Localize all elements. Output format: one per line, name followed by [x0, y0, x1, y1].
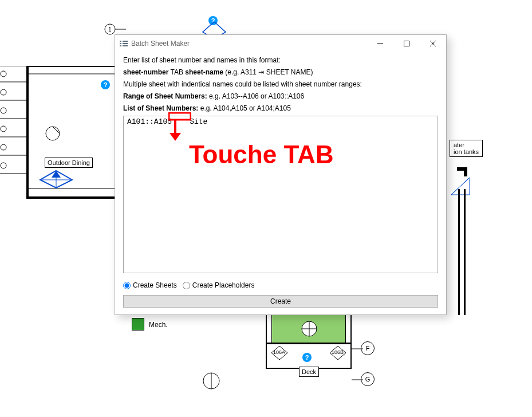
- radio-create-placeholders[interactable]: Create Placeholders: [183, 281, 255, 289]
- app-icon: [120, 40, 128, 48]
- svg-point-14: [1, 108, 6, 113]
- svg-marker-19: [52, 171, 61, 178]
- svg-rect-31: [120, 43, 121, 44]
- tag-106a: 106A: [273, 349, 285, 355]
- svg-rect-36: [404, 41, 409, 46]
- tank-label-line1: ater: [454, 141, 464, 148]
- instruction-list: List of Sheet Numbers: e.g. A104,A105 or…: [123, 104, 438, 113]
- outdoor-dining-label: Outdoor Dining: [45, 158, 93, 168]
- titlebar[interactable]: Batch Sheet Maker: [115, 35, 446, 52]
- radio-create-sheets-input[interactable]: [123, 282, 131, 289]
- close-button[interactable]: [420, 35, 446, 52]
- svg-rect-29: [120, 41, 121, 42]
- help-icon: ?: [302, 353, 312, 362]
- svg-rect-32: [123, 43, 128, 44]
- svg-point-18: [46, 127, 60, 140]
- help-icon: ?: [101, 80, 110, 89]
- svg-rect-30: [123, 41, 128, 42]
- svg-rect-33: [120, 45, 121, 46]
- tag-106b: 106B: [332, 349, 344, 355]
- instruction-multi: Multiple sheet with indentical names cou…: [123, 80, 438, 89]
- deck-label: Deck: [299, 367, 319, 377]
- radio-create-placeholders-input[interactable]: [183, 282, 190, 289]
- radio-create-placeholders-label: Create Placeholders: [192, 281, 255, 289]
- svg-rect-34: [123, 45, 128, 46]
- maximize-button[interactable]: [393, 35, 420, 52]
- batch-sheet-maker-dialog: Batch Sheet Maker Enter list of sheet nu…: [115, 34, 447, 315]
- svg-point-16: [1, 144, 6, 150]
- svg-point-15: [1, 126, 6, 132]
- create-button[interactable]: Create: [123, 295, 438, 308]
- legend-swatch: [132, 318, 144, 331]
- tank-label-line2: ion tanks: [454, 148, 479, 155]
- sheet-list-input[interactable]: [123, 116, 438, 273]
- instruction-range: Range of Sheet Numbers: e.g. A103--A106 …: [123, 92, 438, 101]
- radio-create-sheets[interactable]: Create Sheets: [123, 281, 177, 289]
- svg-text:1: 1: [108, 26, 112, 33]
- radio-create-sheets-label: Create Sheets: [133, 281, 177, 289]
- mech-label: Mech.: [149, 321, 168, 329]
- instruction-format: sheet-number TAB sheet-name (e.g. A311 ⇥…: [123, 68, 438, 77]
- window-title: Batch Sheet Maker: [131, 40, 367, 48]
- svg-point-13: [1, 89, 6, 95]
- options-row: Create Sheets Create Placeholders: [123, 273, 438, 295]
- svg-point-12: [1, 71, 6, 77]
- svg-point-17: [1, 163, 6, 168]
- instruction-intro: Enter list of sheet number and names in …: [123, 56, 438, 65]
- svg-line-21: [451, 178, 470, 195]
- tank-label: ater ion tanks: [450, 140, 483, 157]
- minimize-button[interactable]: [367, 35, 393, 52]
